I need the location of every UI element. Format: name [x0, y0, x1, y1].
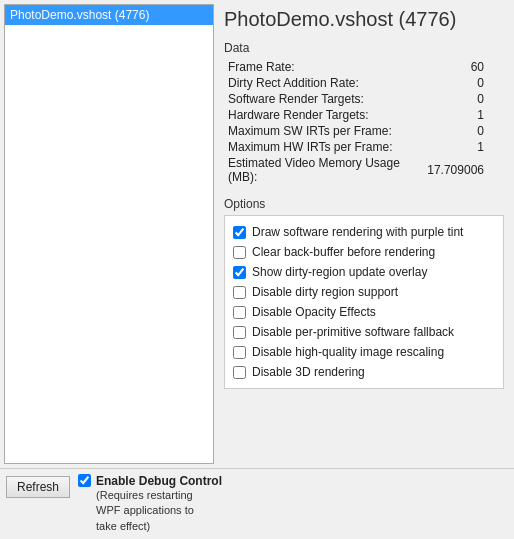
main-container: PhotoDemo.vshost (4776) PhotoDemo.vshost…	[0, 0, 514, 468]
data-row-label: Hardware Render Targets:	[224, 107, 423, 123]
option-checkbox[interactable]	[233, 246, 246, 259]
app-title: PhotoDemo.vshost (4776)	[224, 8, 504, 31]
debug-note: (Requires restarting WPF applications to…	[78, 488, 222, 534]
list-item[interactable]: PhotoDemo.vshost (4776)	[5, 5, 213, 25]
data-row: Estimated Video Memory Usage (MB):17.709…	[224, 155, 504, 185]
option-checkbox-row: Draw software rendering with purple tint	[231, 222, 497, 242]
option-checkbox-label: Disable 3D rendering	[252, 365, 365, 379]
option-checkbox-row: Disable 3D rendering	[231, 362, 497, 382]
option-checkbox[interactable]	[233, 226, 246, 239]
option-checkbox[interactable]	[233, 366, 246, 379]
debug-control-area: Enable Debug Control (Requires restartin…	[78, 474, 222, 534]
data-row: Maximum HW IRTs per Frame:1	[224, 139, 504, 155]
option-checkbox-row: Disable dirty region support	[231, 282, 497, 302]
option-checkbox[interactable]	[233, 286, 246, 299]
data-row-label: Estimated Video Memory Usage (MB):	[224, 155, 423, 185]
data-table: Frame Rate:60Dirty Rect Addition Rate:0S…	[224, 59, 504, 185]
data-row-value: 1	[423, 139, 504, 155]
option-checkbox[interactable]	[233, 346, 246, 359]
right-panel: PhotoDemo.vshost (4776) Data Frame Rate:…	[214, 0, 514, 468]
debug-checkbox-row: Enable Debug Control	[78, 474, 222, 488]
left-panel: PhotoDemo.vshost (4776)	[4, 4, 214, 464]
refresh-button[interactable]: Refresh	[6, 476, 70, 498]
data-section-label: Data	[224, 41, 504, 55]
option-checkbox-label: Disable high-quality image rescaling	[252, 345, 444, 359]
data-row-label: Maximum HW IRTs per Frame:	[224, 139, 423, 155]
option-checkbox-label: Draw software rendering with purple tint	[252, 225, 463, 239]
option-checkbox-label: Disable Opacity Effects	[252, 305, 376, 319]
option-checkbox-label: Disable per-primitive software fallback	[252, 325, 454, 339]
data-row-label: Software Render Targets:	[224, 91, 423, 107]
enable-debug-label: Enable Debug Control	[96, 474, 222, 488]
options-box: Draw software rendering with purple tint…	[224, 215, 504, 389]
enable-debug-checkbox[interactable]	[78, 474, 91, 487]
data-row-value: 1	[423, 107, 504, 123]
data-row: Software Render Targets:0	[224, 91, 504, 107]
data-row: Frame Rate:60	[224, 59, 504, 75]
data-row-value: 0	[423, 91, 504, 107]
data-row-value: 0	[423, 75, 504, 91]
option-checkbox[interactable]	[233, 326, 246, 339]
options-section-label: Options	[224, 197, 504, 211]
data-row-label: Frame Rate:	[224, 59, 423, 75]
option-checkbox[interactable]	[233, 306, 246, 319]
data-row-label: Maximum SW IRTs per Frame:	[224, 123, 423, 139]
data-row: Maximum SW IRTs per Frame:0	[224, 123, 504, 139]
data-row-value: 17.709006	[423, 155, 504, 185]
option-checkbox-label: Disable dirty region support	[252, 285, 398, 299]
data-row-label: Dirty Rect Addition Rate:	[224, 75, 423, 91]
option-checkbox-label: Clear back-buffer before rendering	[252, 245, 435, 259]
data-row-value: 60	[423, 59, 504, 75]
option-checkbox-row: Disable high-quality image rescaling	[231, 342, 497, 362]
option-checkbox-row: Disable Opacity Effects	[231, 302, 497, 322]
option-checkbox-label: Show dirty-region update overlay	[252, 265, 427, 279]
option-checkbox-row: Clear back-buffer before rendering	[231, 242, 497, 262]
option-checkbox-row: Show dirty-region update overlay	[231, 262, 497, 282]
option-checkbox-row: Disable per-primitive software fallback	[231, 322, 497, 342]
data-row: Hardware Render Targets:1	[224, 107, 504, 123]
options-section: Options Draw software rendering with pur…	[224, 197, 504, 389]
data-section: Data Frame Rate:60Dirty Rect Addition Ra…	[224, 41, 504, 185]
data-row-value: 0	[423, 123, 504, 139]
bottom-bar: Refresh Enable Debug Control (Requires r…	[0, 468, 514, 539]
option-checkbox[interactable]	[233, 266, 246, 279]
data-row: Dirty Rect Addition Rate:0	[224, 75, 504, 91]
